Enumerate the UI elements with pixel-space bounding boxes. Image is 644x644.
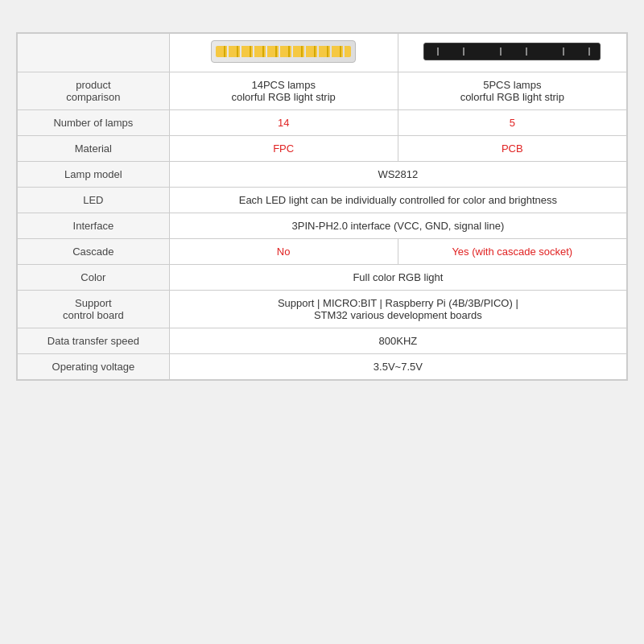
row-value-span-9: Support | MICRO:BIT | Raspberry Pi (4B/3… (169, 291, 626, 328)
row-value-span-11: 3.5V~7.5V (169, 354, 626, 380)
row-label-11: Operating voltage (18, 354, 170, 380)
row-label-8: Color (18, 265, 170, 291)
row-label-3: Material (18, 136, 170, 162)
row-col2-3: PCB (398, 136, 626, 162)
row-value-span-8: Full color RGB light (169, 265, 626, 291)
row-label-4: Lamp model (18, 162, 170, 188)
row-value-span-5: Each LED light can be individually contr… (169, 188, 626, 213)
row-col1-7: No (169, 239, 398, 265)
product1-image-cell (169, 34, 398, 72)
row-col1-2: 14 (169, 110, 398, 136)
row-label-1: product comparison (18, 72, 170, 110)
header-label-cell (18, 34, 170, 72)
row-label-7: Cascade (18, 239, 170, 265)
row-col2-2: 5 (398, 110, 626, 136)
comparison-table: product comparison14PCS lamps colorful R… (16, 32, 628, 381)
row-col2-1: 5PCS lamps colorful RGB light strip (398, 72, 626, 110)
row-label-9: Support control board (18, 291, 170, 328)
row-value-span-6: 3PIN-PH2.0 interface (VCC, GND, signal l… (169, 213, 626, 239)
product2-image-cell (398, 34, 626, 72)
row-label-2: Number of lamps (18, 110, 170, 136)
led-strip-2-img (423, 43, 601, 60)
row-label-6: Interface (18, 213, 170, 239)
row-col1-1: 14PCS lamps colorful RGB light strip (169, 72, 398, 110)
row-value-span-4: WS2812 (169, 162, 626, 188)
row-col2-7: Yes (with cascade socket) (398, 239, 626, 265)
row-value-span-10: 800KHZ (169, 328, 626, 354)
row-label-10: Data transfer speed (18, 328, 170, 354)
led-strip-1-img (211, 40, 356, 63)
row-label-5: LED (18, 188, 170, 213)
row-col1-3: FPC (169, 136, 398, 162)
